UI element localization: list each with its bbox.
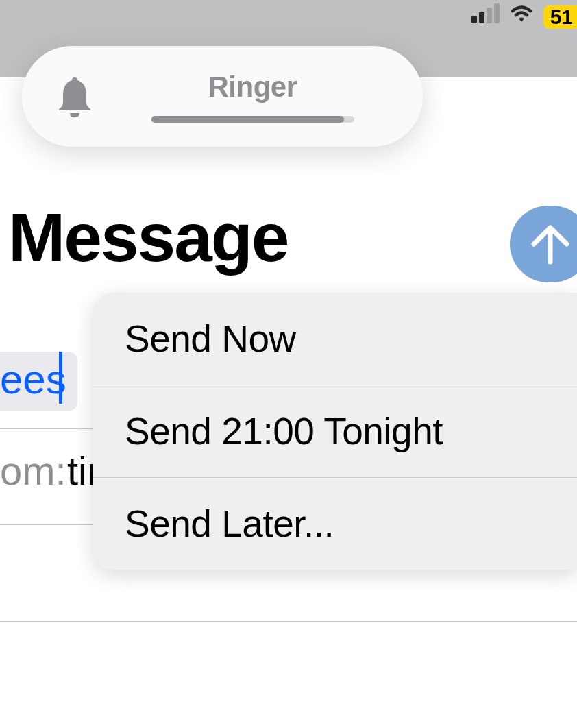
- from-label: om:: [0, 448, 66, 494]
- menu-item-label: Send Now: [125, 317, 296, 360]
- ringer-volume-hud: Ringer: [22, 46, 423, 147]
- recipient-text-fragment: ees: [0, 356, 66, 402]
- send-later-option[interactable]: Send Later...: [93, 478, 577, 570]
- arrow-up-icon: [531, 223, 569, 265]
- cellular-signal-icon: [471, 5, 500, 23]
- battery-level-badge: 51: [543, 5, 577, 29]
- menu-item-label: Send Later...: [125, 502, 334, 545]
- text-cursor: [59, 352, 62, 404]
- divider: [0, 621, 577, 622]
- menu-item-label: Send 21:00 Tonight: [125, 410, 443, 452]
- wifi-icon: [509, 5, 534, 25]
- send-tonight-option[interactable]: Send 21:00 Tonight: [93, 385, 577, 478]
- ringer-volume-fill: [151, 116, 344, 123]
- ringer-label: Ringer: [208, 71, 297, 104]
- ringer-volume-slider[interactable]: [151, 116, 354, 123]
- send-button[interactable]: [510, 206, 577, 282]
- bell-icon: [55, 75, 95, 119]
- compose-message-area: Message ees om: tir Send Now Send 21:00 …: [0, 77, 577, 728]
- recipient-chip[interactable]: ees: [0, 352, 77, 411]
- page-title: Message: [8, 198, 288, 277]
- send-options-menu: Send Now Send 21:00 Tonight Send Later..…: [93, 293, 577, 570]
- send-now-option[interactable]: Send Now: [93, 293, 577, 385]
- battery-percentage: 51: [550, 7, 573, 27]
